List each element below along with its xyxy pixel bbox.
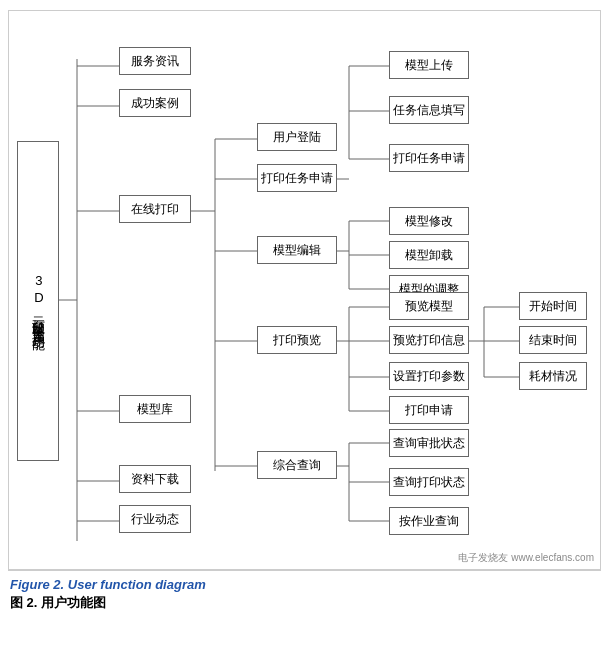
- node-moxingxiezai: 模型卸载: [389, 241, 469, 269]
- node-dayinyulan: 打印预览: [257, 326, 337, 354]
- caption-line1: Figure 2. User function diagram: [10, 577, 599, 592]
- node-haocaiqingkuang: 耗材情况: [519, 362, 587, 390]
- node-fuwuzixun: 服务资讯: [119, 47, 191, 75]
- caption-area: Figure 2. User function diagram 图 2. 用户功…: [8, 570, 601, 616]
- node-dayinshenqing: 打印申请: [389, 396, 469, 424]
- node-zaixianyin: 在线打印: [119, 195, 191, 223]
- node-chenggonganli: 成功案例: [119, 89, 191, 117]
- diagram-area: 3D云打印服务平台用户功能 服务资讯 成功案例 在线打印 模型库 资料下载 行业…: [8, 10, 601, 570]
- node-yulandayinxinxi: 预览打印信息: [389, 326, 469, 354]
- node-dayinrenwushenqing-l3: 打印任务申请: [389, 144, 469, 172]
- node-renwuxinxitianzhi: 任务信息填写: [389, 96, 469, 124]
- main-container: 3D云打印服务平台用户功能 服务资讯 成功案例 在线打印 模型库 资料下载 行业…: [0, 0, 609, 624]
- node-hangyedongtai: 行业动态: [119, 505, 191, 533]
- node-kaishishijian: 开始时间: [519, 292, 587, 320]
- node-moxingxiugai: 模型修改: [389, 207, 469, 235]
- node-zonghecaxun: 综合查询: [257, 451, 337, 479]
- root-node: 3D云打印服务平台用户功能: [17, 141, 59, 461]
- node-chaxunshenpi: 查询审批状态: [389, 429, 469, 457]
- node-yulanmoxing: 预览模型: [389, 292, 469, 320]
- node-yonghudengl: 用户登陆: [257, 123, 337, 151]
- node-jiesushijian: 结束时间: [519, 326, 587, 354]
- node-shezhedayincanshu: 设置打印参数: [389, 362, 469, 390]
- caption-line2: 图 2. 用户功能图: [10, 594, 599, 612]
- node-chaxundayin: 查询打印状态: [389, 468, 469, 496]
- connector-lines: [9, 11, 600, 569]
- node-ziliaoxiazai: 资料下载: [119, 465, 191, 493]
- node-moxingbianji: 模型编辑: [257, 236, 337, 264]
- node-moxingshangchuan: 模型上传: [389, 51, 469, 79]
- node-moxingku: 模型库: [119, 395, 191, 423]
- node-anzuoye: 按作业查询: [389, 507, 469, 535]
- node-dayinrenwushenqing: 打印任务申请: [257, 164, 337, 192]
- watermark: 电子发烧友 www.elecfans.com: [458, 551, 594, 565]
